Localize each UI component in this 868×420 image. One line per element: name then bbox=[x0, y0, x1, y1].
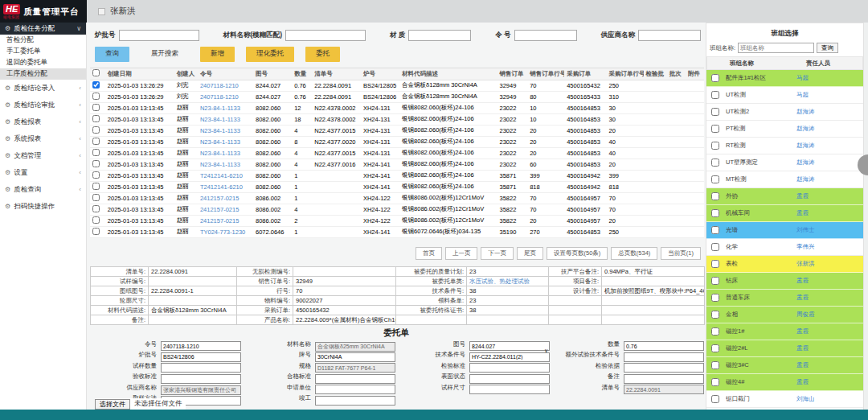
team-person-link[interactable]: 张新洪 bbox=[796, 260, 815, 268]
team-person-link[interactable]: 孟霞 bbox=[796, 277, 809, 285]
team-checkbox[interactable] bbox=[711, 91, 719, 99]
toolbar-button[interactable]: 展开搜索 bbox=[141, 47, 189, 62]
team-row[interactable]: UT检测2 赵海涛 bbox=[706, 104, 863, 121]
sidebar-item[interactable]: ⚙ 质检结论录入 ‹ bbox=[0, 80, 86, 97]
team-row[interactable]: PT检测 赵海涛 bbox=[706, 121, 863, 138]
team-row[interactable]: 表检 张新洪 bbox=[706, 256, 863, 273]
team-person-link[interactable]: 刘伟士 bbox=[796, 226, 815, 234]
order-number-link[interactable]: N23-84-1-1133 bbox=[198, 102, 253, 113]
order-number-link[interactable]: N23-84-1-1133 bbox=[198, 113, 253, 125]
sidebar-item[interactable]: ⚙ 手工委托单 bbox=[0, 46, 86, 57]
team-row[interactable]: 磁控1# 孟霞 bbox=[706, 323, 863, 340]
order-number-link[interactable]: 2412157-0215 bbox=[198, 215, 253, 226]
table-row[interactable]: 2025-01-03 13:13:45 赵丽 TY024-773-1230 60… bbox=[90, 226, 704, 237]
row-checkbox[interactable] bbox=[92, 171, 100, 179]
order-number-link[interactable]: 2412157-0215 bbox=[198, 192, 253, 204]
team-checkbox[interactable] bbox=[711, 209, 719, 217]
row-checkbox[interactable] bbox=[92, 183, 100, 190]
pager-button[interactable]: 总页数(534) bbox=[611, 247, 657, 260]
toolbar-button[interactable]: 查询 bbox=[95, 47, 129, 62]
filter-input[interactable] bbox=[408, 30, 471, 41]
sidebar-item[interactable]: ⚙ 设置 ‹ bbox=[0, 164, 86, 181]
toolbar-button[interactable]: 理化委托 bbox=[246, 47, 294, 62]
order-number-link[interactable]: T2412141-6210 bbox=[198, 170, 253, 181]
team-person-link[interactable]: 赵海涛 bbox=[796, 175, 815, 183]
team-person-link[interactable]: 孟霞 bbox=[796, 361, 809, 369]
order-number-link[interactable]: 2407118-1210 bbox=[198, 91, 253, 102]
sidebar-item[interactable]: ⚙ 质检结论审批 ‹ bbox=[0, 97, 86, 113]
team-person-link[interactable]: 马超 bbox=[796, 74, 809, 82]
team-person-link[interactable]: 周俊霞 bbox=[796, 311, 815, 319]
team-checkbox[interactable] bbox=[711, 243, 719, 251]
form-field-input[interactable] bbox=[315, 396, 395, 406]
sidebar-item[interactable]: ⚙ 文档管理 ‹ bbox=[0, 147, 86, 164]
table-row[interactable]: 2025-01-03 13:13:45 赵丽 N23-84-1-1133 808… bbox=[90, 147, 704, 159]
row-checkbox[interactable] bbox=[92, 126, 100, 134]
row-checkbox[interactable] bbox=[92, 138, 100, 145]
team-row[interactable]: 化学 李伟兴 bbox=[706, 239, 863, 256]
team-checkbox[interactable] bbox=[711, 260, 719, 268]
pager-button[interactable]: 当前页(1) bbox=[661, 247, 701, 260]
pager-button[interactable]: 首页 bbox=[416, 247, 442, 260]
team-person-link[interactable]: 孟霞 bbox=[796, 209, 809, 217]
column-header[interactable]: 采购订单 bbox=[564, 68, 606, 80]
team-row[interactable]: 光谱 刘伟士 bbox=[706, 222, 863, 239]
form-field-input[interactable] bbox=[469, 385, 550, 394]
team-checkbox[interactable] bbox=[711, 192, 719, 200]
team-person-link[interactable]: 李伟兴 bbox=[796, 243, 815, 251]
sidebar-item[interactable]: ⚙ 系统报表 ‹ bbox=[0, 130, 86, 147]
filter-input[interactable] bbox=[119, 30, 199, 41]
team-checkbox[interactable] bbox=[711, 344, 719, 352]
form-field-input[interactable] bbox=[624, 385, 704, 394]
team-checkbox[interactable] bbox=[711, 226, 719, 234]
pager-button[interactable]: 尾页 bbox=[517, 247, 543, 260]
pager-button[interactable]: 上一页 bbox=[445, 247, 478, 260]
team-checkbox[interactable] bbox=[711, 327, 719, 336]
team-checkbox[interactable] bbox=[711, 175, 719, 183]
team-person-link[interactable]: 孟霞 bbox=[796, 327, 809, 336]
toolbar-button[interactable]: 新增 bbox=[200, 47, 235, 62]
sidebar-item[interactable]: ⚙ 扫码快捷操作 bbox=[0, 198, 86, 215]
table-row[interactable]: 2025-01-03 13:13:45 赵丽 T2412141-6210 808… bbox=[90, 170, 704, 181]
team-checkbox[interactable] bbox=[711, 159, 719, 167]
table-row[interactable]: 2025-01-03 13:13:45 赵丽 N23-84-1-1133 808… bbox=[90, 136, 704, 147]
column-header[interactable]: 炉号 bbox=[361, 68, 399, 80]
team-row[interactable]: 磁控4# 孟霞 bbox=[706, 374, 863, 391]
pager-button[interactable]: 下一页 bbox=[481, 247, 514, 260]
row-checkbox[interactable] bbox=[92, 115, 100, 122]
row-checkbox[interactable] bbox=[92, 149, 100, 156]
user-name[interactable]: 张新洪 bbox=[110, 6, 136, 17]
team-person-link[interactable]: 马超 bbox=[796, 91, 809, 99]
team-checkbox[interactable] bbox=[711, 142, 719, 150]
column-header[interactable]: 创建日期 bbox=[105, 68, 174, 80]
team-person-link[interactable]: 赵海涛 bbox=[796, 125, 815, 133]
column-header[interactable]: 附件 bbox=[686, 68, 704, 80]
column-header[interactable]: 销售订单 bbox=[497, 68, 527, 80]
team-person-link[interactable]: 赵海涛 bbox=[796, 159, 815, 167]
team-row[interactable]: 配件库1#1检区 马超 bbox=[706, 70, 863, 87]
row-checkbox[interactable] bbox=[92, 228, 100, 235]
team-row[interactable]: 钻床 孟霞 bbox=[706, 273, 863, 290]
column-header[interactable]: 材料代码描述 bbox=[399, 68, 497, 80]
sidebar-item[interactable]: ⚙ 退回的委托单 bbox=[0, 57, 86, 68]
table-row[interactable]: 2025-01-03 13:26:29 刘宪 2407118-1210 8244… bbox=[90, 80, 704, 91]
team-person-link[interactable]: 孟霞 bbox=[796, 344, 809, 352]
sidebar-item[interactable]: ⚙ 工序质检分配 bbox=[0, 68, 86, 80]
team-checkbox[interactable] bbox=[711, 294, 719, 302]
table-row[interactable]: 2025-01-03 13:13:45 赵丽 N23-84-1-1133 808… bbox=[90, 113, 704, 125]
team-checkbox[interactable] bbox=[711, 74, 719, 82]
column-header[interactable]: 清单号 bbox=[312, 68, 361, 80]
team-row[interactable]: 磁控3#C 孟霞 bbox=[706, 357, 863, 374]
team-person-link[interactable]: 孟霞 bbox=[796, 192, 809, 200]
row-checkbox[interactable] bbox=[92, 160, 100, 167]
table-row[interactable]: 2025-01-03 13:13:45 赵丽 N23-84-1-1133 808… bbox=[90, 125, 704, 136]
select-all-checkbox[interactable] bbox=[92, 69, 100, 76]
column-header[interactable]: 批次 bbox=[667, 68, 686, 80]
table-row[interactable]: 2025-01-03 13:13:45 赵丽 N23-84-1-1133 808… bbox=[90, 102, 704, 113]
table-row[interactable]: 2025-01-03 13:13:45 赵丽 2412157-0215 8086… bbox=[90, 204, 704, 215]
row-checkbox[interactable] bbox=[92, 216, 100, 224]
filter-input[interactable] bbox=[514, 30, 577, 41]
row-checkbox[interactable] bbox=[92, 205, 100, 212]
column-header[interactable]: 创建人 bbox=[174, 68, 198, 80]
team-person-link[interactable]: 孟霞 bbox=[796, 294, 809, 302]
